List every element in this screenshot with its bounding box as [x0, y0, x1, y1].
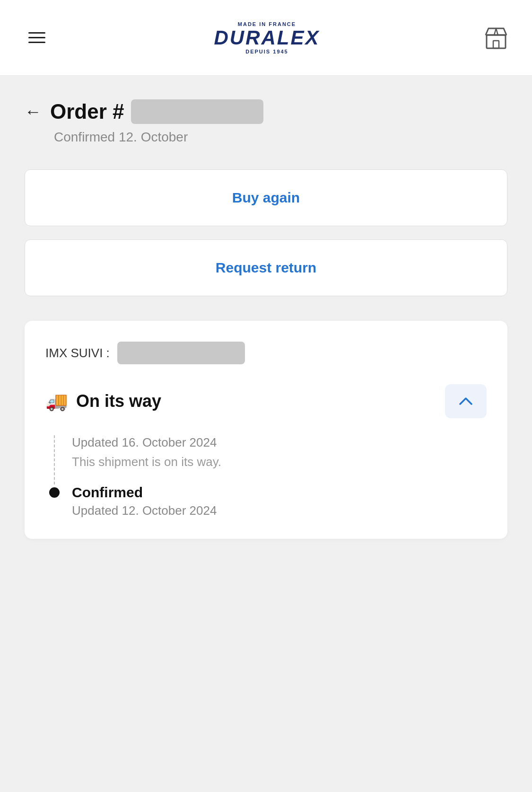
timeline-description: This shipment is on its way.: [72, 455, 487, 469]
action-buttons: Buy again Request return: [25, 169, 507, 296]
imx-label: IMX SUIVI :: [45, 346, 110, 361]
buy-again-button[interactable]: Buy again: [25, 169, 507, 226]
status-row: 🚚 On its way: [45, 384, 487, 418]
logo: MADE IN FRANCE DURALEX DEPUIS 1945: [214, 21, 320, 54]
order-number-redacted: [131, 99, 263, 124]
shipment-card: IMX SUIVI : 🚚 On its way Updated 16. Oct…: [25, 321, 507, 539]
imx-row: IMX SUIVI :: [45, 342, 487, 364]
shipment-status-title: On its way: [76, 391, 161, 411]
back-button[interactable]: ←: [25, 103, 42, 120]
svg-rect-1: [493, 41, 499, 48]
shipment-timeline: Updated 16. October 2024 This shipment i…: [45, 435, 487, 518]
order-title-prefix: Order #: [50, 100, 124, 123]
logo-depuis: DEPUIS 1945: [245, 49, 288, 54]
timeline-date: Updated 16. October 2024: [72, 435, 487, 450]
order-subtitle: Confirmed 12. October: [54, 130, 507, 145]
logo-made-in-france: MADE IN FRANCE: [238, 21, 296, 27]
logo-brand: DURALEX: [214, 28, 320, 48]
order-header: ← Order # Confirmed 12. October: [25, 99, 507, 145]
svg-rect-0: [487, 35, 506, 48]
truck-icon: 🚚: [45, 391, 68, 412]
expand-collapse-button[interactable]: [445, 384, 487, 418]
confirmed-label: Confirmed: [72, 484, 487, 501]
confirmed-date: Updated 12. October 2024: [72, 503, 487, 518]
menu-button[interactable]: [24, 27, 50, 48]
order-title-row: ← Order #: [25, 99, 507, 124]
imx-tracking-redacted: [117, 342, 245, 364]
order-title: Order #: [50, 99, 263, 124]
timeline-item: Updated 16. October 2024 This shipment i…: [49, 435, 487, 469]
page-content: ← Order # Confirmed 12. October Buy agai…: [0, 76, 532, 563]
status-left: 🚚 On its way: [45, 391, 161, 412]
confirmed-section: Confirmed Updated 12. October 2024: [49, 484, 487, 518]
store-icon[interactable]: [484, 26, 508, 50]
app-header: MADE IN FRANCE DURALEX DEPUIS 1945: [0, 0, 532, 76]
request-return-button[interactable]: Request return: [25, 239, 507, 296]
confirmed-dot: [49, 487, 60, 498]
